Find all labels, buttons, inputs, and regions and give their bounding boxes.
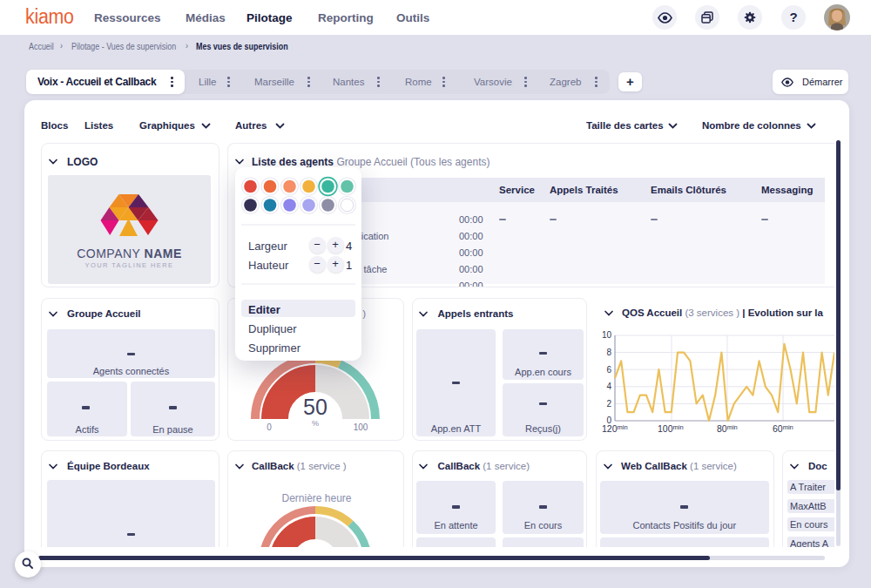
svg-text:10: 10: [602, 330, 612, 340]
svg-text:8: 8: [606, 348, 611, 357]
svg-text:2: 2: [606, 399, 611, 409]
svg-text:80min: 80min: [717, 423, 738, 435]
svg-text:100min: 100min: [658, 423, 684, 435]
svg-text:50: 50: [303, 395, 327, 419]
svg-text:100: 100: [354, 422, 368, 432]
svg-text:6: 6: [606, 365, 611, 375]
svg-text:60min: 60min: [773, 423, 793, 435]
svg-text:%: %: [312, 419, 319, 428]
svg-text:0: 0: [267, 422, 272, 432]
svg-text:4: 4: [606, 382, 611, 391]
svg-text:120min: 120min: [602, 423, 628, 435]
